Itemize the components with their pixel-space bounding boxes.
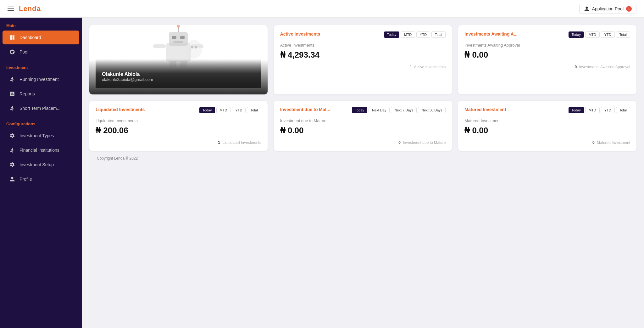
matured-count: 0 Matured Investment (464, 140, 630, 145)
sidebar-item-running-investment[interactable]: Running Investment (3, 72, 79, 86)
due-mature-next30-btn[interactable]: Next 30 Days (418, 107, 446, 113)
liquidated-count: 1 Liquidated Investments (96, 140, 261, 145)
sidebar-item-pool[interactable]: Pool (3, 45, 79, 59)
liquidated-total-btn[interactable]: Total (247, 107, 261, 113)
matured-today-btn[interactable]: Today (569, 107, 584, 113)
active-total-btn[interactable]: Total (431, 31, 446, 38)
due-mature-next7-btn[interactable]: Next 7 Days (391, 107, 417, 113)
svg-rect-7 (153, 44, 166, 48)
footer: Copyright Lenda © 2022 (89, 151, 636, 166)
svg-point-13 (195, 46, 197, 48)
active-investments-count-label: Active Investments (414, 65, 446, 69)
due-mature-card-header: Investment due to Mat... Today Next Day … (280, 107, 446, 113)
liquidated-today-btn[interactable]: Today (199, 107, 215, 113)
sidebar-item-investment-types-label: Investment Types (19, 133, 54, 138)
hamburger-menu[interactable] (8, 7, 14, 11)
due-mature-today-btn[interactable]: Today (352, 107, 367, 113)
sidebar-item-short-term-label: Short Term Placem... (19, 106, 60, 111)
due-mature-nextday-btn[interactable]: Next Day (369, 107, 390, 113)
active-investments-count: 1 Active Investments (280, 65, 446, 69)
short-term-icon (9, 105, 16, 112)
sidebar-item-reports-label: Reports (19, 91, 35, 96)
footer-copyright: Copyright Lenda © 2022 (97, 156, 138, 161)
application-pool-button[interactable]: Application Pool 1 (579, 4, 636, 14)
dashboard-icon (9, 34, 16, 41)
sidebar-item-profile-label: Profile (19, 177, 32, 182)
matured-filters: Today MTD YTD Total (569, 107, 630, 113)
awaiting-today-btn[interactable]: Today (569, 31, 584, 38)
due-mature-filters: Today Next Day Next 7 Days Next 30 Days (352, 107, 446, 113)
matured-total-btn[interactable]: Total (616, 107, 630, 113)
sidebar-item-reports[interactable]: Reports (3, 87, 79, 101)
sidebar-item-investment-setup-label: Investment Setup (19, 162, 54, 167)
layout: Main Dashboard Pool Investment Running I… (0, 18, 644, 328)
profile-name: Olakunle Abiola (102, 71, 255, 77)
liquidated-amount: ₦ 200.06 (96, 126, 261, 135)
app-pool-badge: 1 (626, 6, 632, 12)
card-header: Active Investments Today MTD YTD Total (280, 31, 446, 38)
active-investments-num: 1 (410, 65, 412, 69)
profile-email: olakunle2abiola@gmail.com (102, 77, 255, 82)
sidebar-section-main: Main (0, 18, 82, 31)
active-investments-amount: ₦ 4,293.34 (280, 50, 446, 60)
matured-investment-card: Matured Investment Today MTD YTD Total M… (458, 101, 636, 151)
active-ytd-btn[interactable]: YTD (416, 31, 430, 38)
navbar-left: Lenda (8, 5, 41, 13)
active-investments-subtitle: Active Investments (280, 43, 446, 48)
running-investment-icon (9, 76, 16, 83)
pool-icon (9, 48, 16, 55)
matured-num: 0 (592, 140, 595, 145)
reports-icon (9, 90, 16, 97)
logo: Lenda (19, 5, 41, 13)
active-today-btn[interactable]: Today (384, 31, 399, 38)
due-mature-count-label: Investment due to Mature (403, 140, 446, 145)
svg-point-3 (177, 25, 180, 28)
svg-rect-6 (173, 41, 183, 43)
svg-rect-5 (180, 36, 185, 39)
sidebar-item-profile[interactable]: Profile (3, 172, 79, 186)
awaiting-subtitle: Investments Awaiting Approval (464, 43, 630, 48)
awaiting-title: Investments Awaiting A... (464, 31, 517, 37)
sidebar-section-investment: Investment (0, 59, 82, 72)
matured-mtd-btn[interactable]: MTD (585, 107, 600, 113)
liquidated-mtd-btn[interactable]: MTD (216, 107, 231, 113)
navbar: Lenda Application Pool 1 (0, 0, 644, 18)
investment-due-mature-card: Investment due to Mat... Today Next Day … (274, 101, 452, 151)
awaiting-card-header: Investments Awaiting A... Today MTD YTD … (464, 31, 630, 38)
sidebar-item-short-term[interactable]: Short Term Placem... (3, 101, 79, 115)
due-mature-title: Investment due to Mat... (280, 107, 330, 112)
liquidated-num: 1 (218, 140, 220, 145)
liquidated-investments-card: Liquidated Investments Today MTD YTD Tot… (89, 101, 268, 151)
matured-ytd-btn[interactable]: YTD (601, 107, 615, 113)
liquidated-title: Liquidated Investments (96, 107, 145, 112)
active-mtd-btn[interactable]: MTD (401, 31, 415, 38)
sidebar-item-dashboard-label: Dashboard (19, 35, 41, 40)
due-mature-num: 0 (398, 140, 401, 145)
awaiting-mtd-btn[interactable]: MTD (585, 31, 600, 38)
awaiting-count-label: Investments Awaiting Approval (579, 65, 630, 69)
sidebar-item-financial-institutions[interactable]: Financial Institutions (3, 143, 79, 157)
sidebar-item-investment-setup[interactable]: Investment Setup (3, 158, 79, 172)
awaiting-count: 0 Investments Awaiting Approval (464, 65, 630, 69)
active-investments-card: Active Investments Today MTD YTD Total A… (274, 25, 452, 94)
sidebar-item-investment-types[interactable]: Investment Types (3, 129, 79, 143)
liquidated-ytd-btn[interactable]: YTD (232, 107, 246, 113)
svg-rect-1 (169, 32, 188, 46)
due-mature-subtitle: Investment due to Mature (280, 118, 446, 123)
matured-title: Matured Investment (464, 107, 506, 112)
sidebar-item-dashboard[interactable]: Dashboard (3, 31, 79, 44)
matured-amount: ₦ 0.00 (464, 126, 630, 135)
sidebar-item-financial-institutions-label: Financial Institutions (19, 148, 59, 153)
liquidated-card-header: Liquidated Investments Today MTD YTD Tot… (96, 107, 261, 113)
svg-point-11 (186, 40, 202, 59)
liquidated-count-label: Liquidated Investments (222, 140, 261, 145)
awaiting-ytd-btn[interactable]: YTD (601, 31, 615, 38)
liquidated-filters: Today MTD YTD Total (199, 107, 261, 113)
investments-awaiting-card: Investments Awaiting A... Today MTD YTD … (458, 25, 636, 94)
investment-types-icon (9, 132, 16, 139)
awaiting-num: 0 (575, 65, 577, 69)
navbar-right: Application Pool 1 (579, 4, 636, 14)
awaiting-total-btn[interactable]: Total (616, 31, 630, 38)
awaiting-amount: ₦ 0.00 (464, 50, 630, 60)
svg-rect-4 (172, 36, 176, 39)
